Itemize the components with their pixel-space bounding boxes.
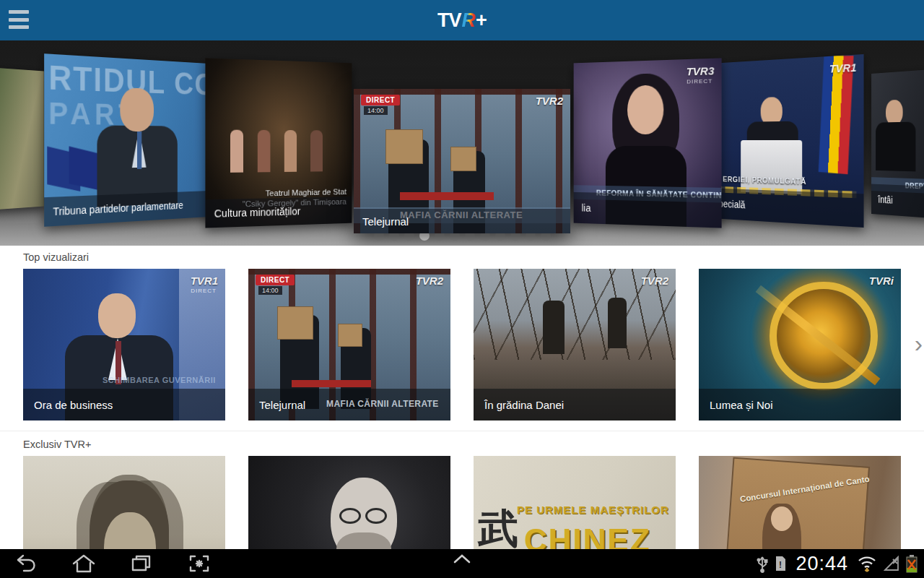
featured-carousel: RTIDUL COPARTI Tribuna partidelor parlam… <box>0 40 924 246</box>
video-title: Ora de business <box>34 399 113 411</box>
battery-alert-icon <box>905 554 918 573</box>
badge-time-label: 14:00 <box>258 286 282 295</box>
menu-icon[interactable] <box>9 10 29 29</box>
carousel-card-edge-left[interactable] <box>0 61 44 217</box>
app-screen: TVR+ RTIDUL COPARTI Tribuna partidelor p… <box>0 0 924 578</box>
video-thumbnail-in-gradina-danei[interactable]: TVR2 În grădina Danei <box>474 269 676 420</box>
logo-plus: + <box>476 9 487 32</box>
carousel-card-tribuna[interactable]: RTIDUL COPARTI Tribuna partidelor parlam… <box>44 53 219 227</box>
card-title: Cultura minorităților <box>214 205 300 220</box>
system-navigation-bar: ! 20:44 <box>0 549 924 578</box>
video-title: În grădina Danei <box>484 399 564 411</box>
expand-chevron-icon[interactable] <box>446 552 478 568</box>
card-title: întâi <box>878 194 892 205</box>
title-strip: specială <box>707 188 863 228</box>
clock: 20:44 <box>796 553 848 575</box>
lower-third-text: SCHIMBAREA GUVERNĂRII <box>103 376 216 384</box>
video-still <box>0 61 44 217</box>
screenshot-icon[interactable] <box>186 553 212 574</box>
section-label: Exclusiv TVR+ <box>23 439 924 450</box>
video-thumbnail-lumea-si-noi[interactable]: TVRi Lumea și Noi <box>699 269 901 420</box>
direct-badge: DIRECT <box>361 95 400 105</box>
glasses-shape <box>339 508 361 524</box>
channel-direct-label: DIRECT <box>687 78 712 85</box>
direct-badge: DIRECT <box>256 275 295 285</box>
card-title: Tribuna partidelor parlamentare <box>53 199 183 217</box>
recent-apps-icon[interactable] <box>128 553 154 574</box>
wifi-icon <box>856 554 878 573</box>
video-thumbnail-telejurnal[interactable]: DIRECT 14:00 TVR2 MAFIA CĂRNII ALTERATE … <box>248 269 450 420</box>
news-banner <box>400 192 494 200</box>
title-strip: Tribuna partidelor parlamentare <box>44 190 219 226</box>
channel-direct-label: DIRECT <box>191 288 217 294</box>
video-title: Telejurnal <box>259 399 305 411</box>
news-banner <box>292 380 371 387</box>
card-title: lia <box>582 202 591 214</box>
thumbnail-row: TVR1 DIRECT SCHIMBAREA GUVERNĂRII Ora de… <box>0 269 924 420</box>
top-bar: TVR+ <box>0 0 924 40</box>
video-thumbnail-ora-de-business[interactable]: TVR1 DIRECT SCHIMBAREA GUVERNĂRII Ora de… <box>23 269 225 420</box>
channel-logo: TVR3 <box>687 64 715 78</box>
title-strip: Cultura minorităților <box>205 197 352 228</box>
no-signal-icon <box>883 555 900 572</box>
channel-logo: TVR1 <box>191 275 218 287</box>
channel-logo: TVR2 <box>536 95 563 107</box>
section-top-vizualizari: Top vizualizari TVR1 DIRECT SCHIMBAREA G… <box>0 246 924 420</box>
back-icon[interactable] <box>13 553 39 574</box>
channel-logo: TVR2 <box>641 275 668 287</box>
usb-icon <box>757 554 768 573</box>
channel-logo: TVRi <box>869 275 894 287</box>
video-title: Lumea și Noi <box>710 399 773 411</box>
title-strip: Telejurnal <box>354 209 570 233</box>
photo-title-small: PE URMELE MAEȘTRILOR <box>517 504 669 516</box>
title-strip: În grădina Danei <box>474 389 676 420</box>
card-title: Telejurnal <box>362 215 409 228</box>
logo-tv: TV <box>437 9 461 32</box>
carousel-card-edge-right[interactable]: TVR1 DREPTURILE întâi <box>871 64 924 223</box>
app-logo: TVR+ <box>437 9 487 32</box>
glasses-shape <box>365 508 387 524</box>
lower-third-text: MAFIA CĂRNII ALTERATE <box>326 399 439 409</box>
home-icon[interactable] <box>71 553 97 574</box>
channel-logo: TVR1 <box>829 61 857 75</box>
title-strip: întâi <box>871 184 924 223</box>
logo-r: R <box>461 9 476 32</box>
sdcard-icon: ! <box>773 554 788 573</box>
badge-time-label: 14:00 <box>364 106 388 115</box>
channel-logo: TVR2 <box>416 275 443 287</box>
carousel-card-cultura[interactable]: Teatrul Maghiar de Stat"Csiky Gergely" d… <box>205 58 352 228</box>
title-strip: Ora de business <box>23 389 225 420</box>
carousel-card-lia[interactable]: TVR3 DIRECT REFORMA ÎN SĂNĂTATE CONTINUĂ… <box>574 58 722 228</box>
title-strip: lia <box>574 192 722 228</box>
svg-text:!: ! <box>779 560 782 570</box>
scroll-right-chevron-icon[interactable]: › <box>915 331 923 355</box>
title-strip: Lumea și Noi <box>699 389 901 420</box>
carousel-card-speciala[interactable]: TVR1 ERGIEI, PROMULGATĂ specială <box>707 54 863 228</box>
section-label: Top vizualizari <box>23 251 924 263</box>
carousel-card-telejurnal[interactable]: DIRECT 14:00 TVR2 MAFIA CĂRNII ALTERATE … <box>354 89 570 233</box>
